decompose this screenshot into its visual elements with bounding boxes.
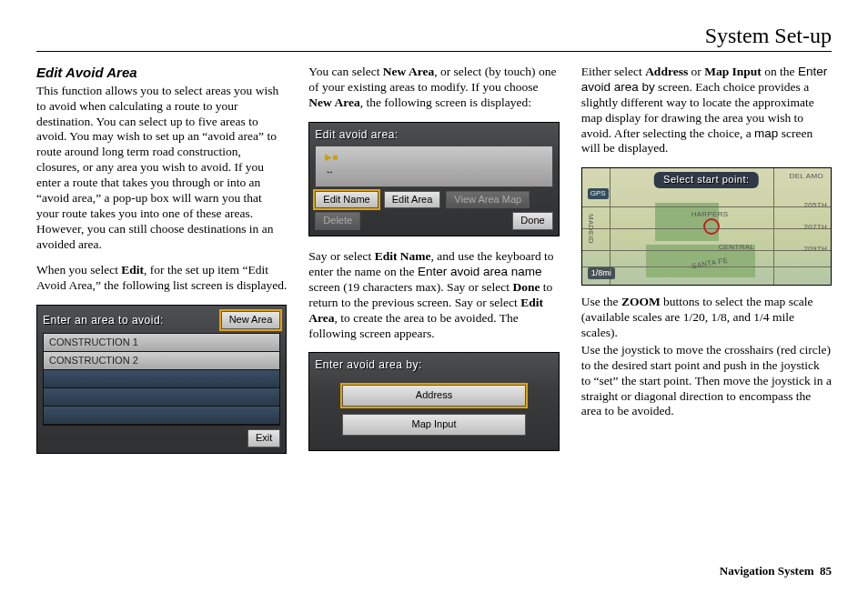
list-item[interactable]: [44, 407, 279, 425]
text: Use the: [581, 295, 621, 308]
column-3: Either select Address or Map Input on th…: [581, 65, 832, 467]
preview-area: ▶■ ↔: [315, 146, 552, 187]
list-item[interactable]: CONSTRUCTION 1: [44, 334, 279, 352]
map-screenshot: Select start point: GPS DEL AMO HARPERS …: [581, 167, 832, 286]
ui-term: map: [754, 126, 778, 140]
bold-term: Map Input: [704, 65, 762, 78]
map-road-label: MADEID: [586, 214, 595, 244]
body-text: Use the joystick to move the crosshairs …: [581, 343, 832, 419]
text: Say or select: [308, 249, 374, 263]
text: Either select: [581, 65, 645, 78]
bold-term: Address: [645, 65, 688, 78]
body-text: Use the ZOOM buttons to select the map s…: [581, 295, 832, 341]
bold-term: New Area: [308, 95, 359, 109]
exit-button[interactable]: Exit: [247, 429, 280, 447]
bold-term: Edit: [121, 263, 144, 276]
list-item[interactable]: [44, 388, 279, 407]
page-title: System Set-up: [36, 22, 832, 52]
map-road-label: 207TH: [803, 223, 827, 232]
edit-area-button[interactable]: Edit Area: [384, 191, 441, 209]
map-road-label: CENTRAL: [719, 243, 754, 252]
address-button[interactable]: Address: [342, 385, 525, 407]
avoid-area-list: CONSTRUCTION 1 CONSTRUCTION 2: [43, 333, 280, 426]
bold-term: ZOOM: [621, 295, 661, 308]
body-text: Either select Address or Map Input on th…: [581, 65, 832, 156]
text: When you select: [36, 263, 121, 276]
text: on the: [762, 65, 798, 78]
body-text: Say or select Edit Name, and use the key…: [308, 249, 559, 341]
bold-term: Done: [512, 280, 540, 294]
device-title: Edit avoid area:: [315, 128, 552, 142]
new-area-button[interactable]: New Area: [221, 311, 281, 329]
content-columns: Edit Avoid Area This function allows you…: [36, 65, 832, 467]
map-road-label: 209TH: [803, 245, 827, 254]
list-item[interactable]: CONSTRUCTION 2: [44, 352, 279, 370]
crosshair-icon: [703, 218, 720, 235]
text: , to create the area to be avoided. The …: [308, 311, 518, 340]
footer-label: Navigation System: [720, 564, 814, 578]
bold-term: Edit Name: [375, 249, 431, 263]
device-screenshot-edit-avoid: Edit avoid area: ▶■ ↔ Edit Name Edit Are…: [308, 122, 559, 237]
device-title: Enter an area to avoid:: [43, 314, 216, 327]
map-road-label: 205TH: [803, 201, 827, 210]
map-title: Select start point:: [654, 172, 759, 188]
device-title: Enter avoid area by:: [315, 358, 552, 372]
map-scale: 1/8mi: [588, 267, 615, 279]
done-button[interactable]: Done: [512, 212, 552, 230]
column-2: You can select New Area, or select (by t…: [308, 65, 559, 467]
gps-badge: GPS: [588, 188, 609, 199]
edit-name-button[interactable]: Edit Name: [315, 191, 378, 209]
map-road-label: DEL AMO: [790, 172, 823, 181]
body-text: This function allows you to select areas…: [36, 84, 287, 253]
body-text: When you select Edit, for the set up ite…: [36, 263, 287, 294]
cursor-icon: ▶■: [325, 152, 338, 164]
text: You can select: [308, 65, 383, 78]
view-area-map-button: View Area Map: [446, 191, 530, 209]
text: screen (19 characters max). Say or selec…: [308, 280, 512, 294]
text: , the following screen is displayed:: [360, 95, 531, 109]
section-heading: Edit Avoid Area: [36, 65, 287, 82]
device-screenshot-enter-area: Enter an area to avoid: New Area CONSTRU…: [36, 305, 287, 454]
list-item[interactable]: [44, 370, 279, 388]
map-input-button[interactable]: Map Input: [342, 414, 525, 436]
body-text: You can select New Area, or select (by t…: [308, 65, 559, 111]
page-number: 85: [820, 564, 832, 578]
device-screenshot-enter-by: Enter avoid area by: Address Map Input: [308, 352, 559, 451]
page-footer: Navigation System 85: [720, 564, 832, 578]
delete-button: Delete: [315, 212, 360, 230]
bold-term: New Area: [383, 65, 434, 78]
ui-term: Enter avoid area name: [418, 265, 542, 278]
resize-icon: ↔: [325, 166, 334, 178]
text: or: [688, 65, 704, 78]
column-1: Edit Avoid Area This function allows you…: [36, 65, 287, 467]
